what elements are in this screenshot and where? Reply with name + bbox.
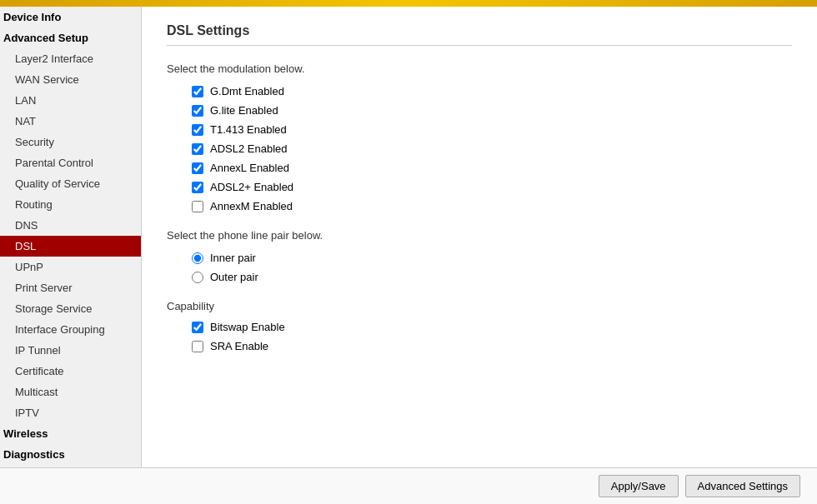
checkbox-label-t1413: T1.413 Enabled	[210, 123, 287, 136]
capability-checkbox-bitswap[interactable]	[192, 322, 203, 333]
bottom-bar: Apply/Save Advanced Settings	[0, 467, 817, 504]
sidebar-item-diagnostics[interactable]: Diagnostics	[0, 444, 141, 465]
phone-line-section: Select the phone line pair below. Inner …	[167, 229, 792, 283]
checkbox-row-t1413: T1.413 Enabled	[167, 123, 792, 136]
apply-save-button[interactable]: Apply/Save	[599, 475, 679, 497]
capability-checkboxes: Bitswap EnableSRA Enable	[167, 321, 792, 352]
sidebar-item-nat[interactable]: NAT	[0, 111, 141, 132]
capability-label-sra: SRA Enable	[210, 340, 268, 352]
sidebar-item-lan[interactable]: LAN	[0, 90, 141, 111]
sidebar-item-wan-service[interactable]: WAN Service	[0, 69, 141, 90]
checkbox-row-annexl: AnnexL Enabled	[167, 162, 792, 174]
radio-label-inner: Inner pair	[210, 252, 256, 264]
checkbox-row-annexm: AnnexM Enabled	[167, 200, 792, 212]
top-bar	[0, 0, 817, 7]
modulation-checkboxes: G.Dmt EnabledG.lite EnabledT1.413 Enable…	[167, 85, 792, 212]
checkbox-glite[interactable]	[192, 105, 203, 117]
sidebar-item-parental-control[interactable]: Parental Control	[0, 152, 141, 173]
capability-row-sra: SRA Enable	[167, 340, 792, 352]
checkbox-label-adsl2: ADSL2 Enabled	[210, 142, 288, 155]
sidebar-item-quality-of-service[interactable]: Quality of Service	[0, 173, 141, 194]
radio-label-outer: Outer pair	[210, 271, 258, 283]
sidebar-item-ip-tunnel[interactable]: IP Tunnel	[0, 340, 141, 361]
sidebar-item-certificate[interactable]: Certificate	[0, 361, 141, 382]
sidebar-item-dsl[interactable]: DSL	[0, 236, 141, 257]
sidebar-item-print-server[interactable]: Print Server	[0, 277, 141, 298]
sidebar-item-advanced-setup[interactable]: Advanced Setup	[0, 27, 141, 48]
checkbox-row-glite: G.lite Enabled	[167, 104, 792, 117]
capability-row-bitswap: Bitswap Enable	[167, 321, 792, 333]
main-layout: Device InfoAdvanced SetupLayer2 Interfac…	[0, 7, 817, 467]
capability-section: Capability Bitswap EnableSRA Enable	[167, 300, 792, 352]
checkbox-label-adsl2plus: ADSL2+ Enabled	[210, 181, 293, 193]
sidebar-item-interface-grouping[interactable]: Interface Grouping	[0, 319, 141, 340]
radio-outer[interactable]	[192, 272, 203, 283]
checkbox-annexl[interactable]	[192, 162, 203, 174]
checkbox-annexm[interactable]	[192, 201, 203, 212]
modulation-label: Select the modulation below.	[167, 62, 792, 75]
checkbox-row-gdmt: G.Dmt Enabled	[167, 85, 792, 97]
sidebar-item-iptv[interactable]: IPTV	[0, 402, 141, 423]
checkbox-label-gdmt: G.Dmt Enabled	[210, 85, 284, 97]
radio-row-outer: Outer pair	[167, 271, 792, 283]
sidebar-item-device-info[interactable]: Device Info	[0, 7, 141, 27]
phone-line-radios: Inner pairOuter pair	[167, 252, 792, 283]
checkbox-label-annexm: AnnexM Enabled	[210, 200, 293, 212]
sidebar-item-routing[interactable]: Routing	[0, 194, 141, 215]
sidebar-item-layer2-interface[interactable]: Layer2 Interface	[0, 48, 141, 69]
checkbox-label-annexl: AnnexL Enabled	[210, 162, 289, 174]
radio-inner[interactable]	[192, 252, 203, 264]
sidebar-item-dns[interactable]: DNS	[0, 215, 141, 236]
page-title: DSL Settings	[167, 23, 792, 46]
checkbox-row-adsl2: ADSL2 Enabled	[167, 142, 792, 155]
sidebar: Device InfoAdvanced SetupLayer2 Interfac…	[0, 7, 142, 467]
checkbox-adsl2[interactable]	[192, 143, 203, 155]
sidebar-item-multicast[interactable]: Multicast	[0, 382, 141, 402]
radio-row-inner: Inner pair	[167, 252, 792, 264]
checkbox-adsl2plus[interactable]	[192, 182, 203, 193]
checkbox-label-glite: G.lite Enabled	[210, 104, 278, 117]
checkbox-t1413[interactable]	[192, 124, 203, 136]
checkbox-gdmt[interactable]	[192, 86, 203, 97]
capability-label: Capability	[167, 300, 792, 312]
sidebar-item-security[interactable]: Security	[0, 132, 141, 152]
advanced-settings-button[interactable]: Advanced Settings	[685, 475, 800, 497]
sidebar-item-wireless[interactable]: Wireless	[0, 423, 141, 444]
modulation-section: Select the modulation below. G.Dmt Enabl…	[167, 62, 792, 212]
content-area: DSL Settings Select the modulation below…	[142, 7, 817, 467]
checkbox-row-adsl2plus: ADSL2+ Enabled	[167, 181, 792, 193]
sidebar-item-upnp[interactable]: UPnP	[0, 257, 141, 277]
capability-label-bitswap: Bitswap Enable	[210, 321, 285, 333]
capability-checkbox-sra[interactable]	[192, 341, 203, 352]
sidebar-item-storage-service[interactable]: Storage Service	[0, 298, 141, 319]
phone-line-label: Select the phone line pair below.	[167, 229, 792, 242]
